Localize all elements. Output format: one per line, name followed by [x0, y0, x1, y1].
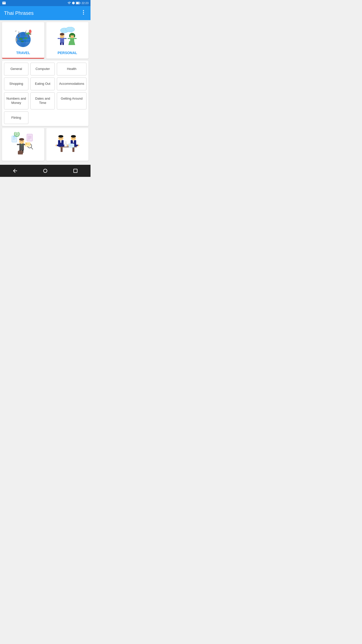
svg-rect-40 — [58, 38, 60, 39]
back-arrow-icon — [12, 168, 18, 174]
svg-rect-100 — [60, 140, 61, 143]
svg-point-110 — [74, 138, 74, 138]
personal-card[interactable]: PERSONAL — [46, 22, 88, 59]
notification-icon — [2, 1, 6, 5]
svg-point-72 — [13, 136, 15, 137]
home-button[interactable] — [40, 166, 50, 176]
svg-point-116 — [78, 145, 79, 146]
svg-rect-58 — [19, 143, 24, 150]
business-card[interactable] — [46, 128, 88, 161]
svg-rect-32 — [16, 39, 17, 42]
subcategory-container: General Computer Health Shopping Eating … — [2, 61, 88, 126]
job-svg — [11, 132, 35, 155]
svg-rect-28 — [29, 34, 31, 35]
svg-line-82 — [31, 147, 33, 149]
job-illustration — [11, 132, 36, 155]
svg-point-87 — [26, 143, 27, 145]
subcategory-numbers-money[interactable]: Numbers and Money — [4, 92, 28, 109]
personal-illustration — [55, 26, 80, 49]
svg-point-108 — [71, 135, 76, 138]
svg-point-62 — [20, 141, 21, 142]
subcategory-dates-time[interactable]: Dates and Time — [30, 92, 55, 109]
more-vert-icon[interactable] — [80, 9, 86, 17]
svg-marker-57 — [70, 32, 72, 32]
svg-point-12 — [19, 38, 23, 40]
svg-rect-33 — [16, 38, 17, 39]
svg-rect-92 — [61, 147, 63, 152]
recent-square-icon — [73, 169, 77, 173]
svg-point-39 — [63, 36, 63, 36]
recent-button[interactable] — [70, 166, 80, 176]
svg-point-63 — [22, 141, 22, 142]
subcategory-health[interactable]: Health — [57, 63, 86, 75]
svg-rect-43 — [62, 43, 64, 45]
subcategory-accommodations[interactable]: Accommodations — [57, 77, 86, 90]
svg-rect-112 — [73, 140, 74, 143]
svg-point-80 — [16, 134, 17, 135]
svg-point-38 — [61, 36, 62, 36]
subcategory-shopping[interactable]: Shopping — [4, 77, 28, 90]
svg-point-98 — [61, 138, 62, 138]
svg-marker-22 — [15, 30, 17, 32]
svg-point-51 — [73, 36, 73, 36]
svg-rect-53 — [74, 38, 77, 39]
svg-line-31 — [26, 30, 27, 31]
svg-point-49 — [74, 34, 75, 37]
status-bar: 22:23 — [0, 0, 90, 6]
business-meeting-svg — [56, 132, 79, 155]
svg-rect-52 — [68, 38, 70, 39]
svg-point-14 — [21, 41, 24, 42]
business-illustration — [55, 132, 80, 155]
svg-point-37 — [60, 33, 64, 35]
subcategory-grid: General Computer Health Shopping Eating … — [4, 63, 86, 124]
job-card[interactable] — [2, 128, 44, 161]
bottom-category-row — [2, 128, 88, 161]
main-content: TRAVEL — [0, 20, 90, 165]
svg-point-13 — [24, 37, 27, 39]
status-bar-right: 22:23 — [67, 1, 88, 5]
svg-rect-66 — [17, 144, 19, 145]
svg-point-50 — [71, 36, 72, 36]
svg-rect-42 — [60, 43, 62, 45]
svg-rect-29 — [25, 32, 26, 34]
svg-rect-105 — [64, 144, 67, 147]
svg-point-56 — [66, 27, 75, 32]
notification-badge-icon — [72, 2, 75, 5]
travel-illustration — [11, 26, 36, 49]
svg-point-4 — [83, 12, 84, 13]
svg-point-5 — [83, 14, 84, 15]
svg-rect-1 — [80, 3, 80, 4]
people-chat-svg — [56, 27, 79, 48]
back-button[interactable] — [10, 166, 20, 176]
svg-point-61 — [19, 138, 24, 141]
svg-point-48 — [69, 34, 71, 37]
subcategory-flirting[interactable]: Flirting — [4, 111, 28, 124]
svg-point-97 — [60, 138, 60, 138]
subcategory-general[interactable]: General — [4, 63, 28, 75]
svg-rect-117 — [69, 144, 74, 147]
bottom-navigation — [0, 165, 90, 177]
personal-label: PERSONAL — [58, 51, 77, 55]
status-bar-left — [2, 1, 6, 5]
svg-marker-45 — [68, 41, 75, 45]
travel-card[interactable]: TRAVEL — [2, 22, 44, 59]
wifi-icon — [67, 1, 71, 5]
svg-point-103 — [56, 145, 57, 146]
globe-landmarks-svg — [11, 27, 35, 48]
status-time: 22:23 — [81, 2, 88, 5]
svg-point-96 — [58, 135, 63, 138]
subcategory-eating-out[interactable]: Eating Out — [30, 77, 55, 90]
subcategory-computer[interactable]: Computer — [30, 63, 55, 75]
svg-rect-93 — [72, 147, 74, 152]
subcategory-getting-around[interactable]: Getting Around — [57, 92, 86, 109]
top-category-row: TRAVEL — [2, 22, 88, 59]
svg-rect-2 — [76, 2, 79, 4]
travel-label: TRAVEL — [16, 51, 30, 55]
svg-point-3 — [83, 10, 84, 11]
app-title: Thai Phrases — [4, 10, 34, 16]
home-circle-icon — [43, 169, 47, 173]
app-bar: Thai Phrases — [0, 6, 90, 20]
battery-icon — [76, 1, 80, 5]
svg-point-109 — [72, 138, 73, 138]
svg-rect-73 — [27, 134, 32, 141]
